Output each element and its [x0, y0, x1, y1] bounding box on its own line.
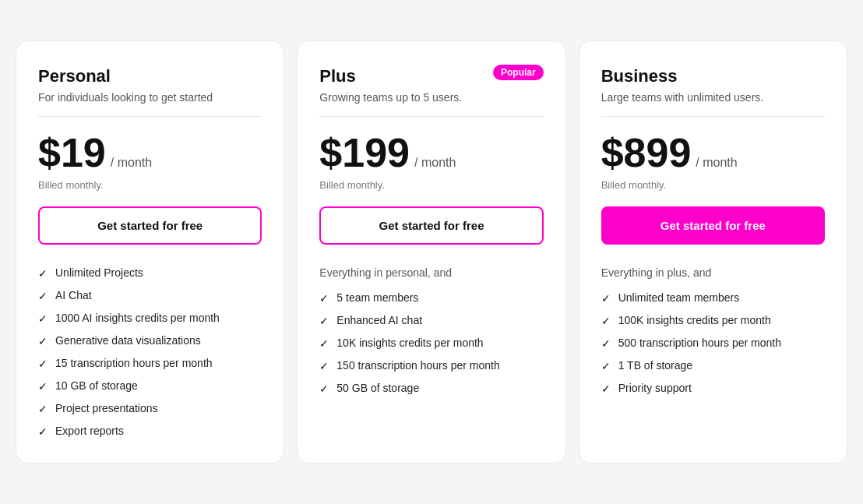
plan-card-business: Business Large teams with unlimited user…	[579, 41, 847, 463]
check-icon: ✓	[38, 312, 48, 325]
cta-button-personal[interactable]: Get started for free	[38, 206, 262, 245]
check-icon: ✓	[38, 267, 48, 280]
feature-item: ✓ 10 GB of storage	[38, 379, 262, 393]
feature-text: 50 GB of storage	[336, 382, 419, 394]
feature-item: ✓ Export reports	[38, 425, 262, 438]
cta-button-plus[interactable]: Get started for free	[319, 206, 543, 245]
check-icon: ✓	[319, 382, 329, 395]
feature-text: Enhanced AI chat	[336, 314, 422, 326]
plan-name: Personal	[38, 66, 262, 86]
plan-name: Business	[601, 66, 825, 86]
feature-item: ✓ Unlimited team members	[601, 291, 825, 305]
feature-item: ✓ AI Chat	[38, 289, 262, 302]
plan-header: Business Large teams with unlimited user…	[601, 66, 825, 117]
check-icon: ✓	[601, 360, 611, 372]
feature-item: ✓ 150 transcription hours per month	[319, 359, 543, 372]
feature-text: Export reports	[55, 425, 124, 437]
feature-item: ✓ 500 transcription hours per month	[601, 337, 825, 350]
price-row: $199 / month	[319, 132, 543, 173]
feature-item: ✓ Priority support	[601, 382, 825, 395]
billing-note: Billed monthly.	[38, 179, 262, 191]
feature-text: 1000 AI insights credits per month	[55, 312, 220, 324]
plan-header: Personal For individuals looking to get …	[38, 66, 262, 117]
check-icon: ✓	[319, 360, 329, 372]
feature-item: ✓ 100K insights credits per month	[601, 314, 825, 327]
price-row: $899 / month	[601, 132, 825, 173]
price-row: $19 / month	[38, 132, 262, 173]
check-icon: ✓	[601, 292, 611, 305]
check-icon: ✓	[38, 425, 48, 438]
check-icon: ✓	[38, 335, 48, 347]
check-icon: ✓	[319, 292, 329, 305]
feature-item: ✓ 10K insights credits per month	[319, 337, 543, 350]
plan-description: Growing teams up to 5 users.	[319, 91, 543, 104]
plan-description: For individuals looking to get started	[38, 91, 262, 104]
check-icon: ✓	[601, 337, 611, 350]
plan-card-personal: Personal For individuals looking to get …	[16, 41, 284, 463]
price-amount: $199	[319, 132, 410, 173]
feature-item: ✓ 1 TB of storage	[601, 359, 825, 372]
price-section: $199 / month	[319, 132, 543, 173]
plan-description: Large teams with unlimited users.	[601, 91, 825, 104]
feature-text: 1 TB of storage	[618, 359, 692, 372]
feature-item: ✓ 50 GB of storage	[319, 382, 543, 395]
check-icon: ✓	[38, 358, 48, 370]
features-list: ✓ 5 team members ✓ Enhanced AI chat ✓ 10…	[319, 291, 543, 395]
cta-button-business[interactable]: Get started for free	[601, 206, 825, 245]
feature-item: ✓ Unlimited Projects	[38, 266, 262, 280]
feature-item: ✓ Generative data visualizations	[38, 334, 262, 347]
feature-text: 100K insights credits per month	[618, 314, 771, 326]
feature-text: 10 GB of storage	[55, 379, 138, 392]
feature-text: AI Chat	[55, 289, 92, 301]
feature-item: ✓ Project presentations	[38, 402, 262, 415]
check-icon: ✓	[601, 382, 611, 395]
feature-text: Generative data visualizations	[55, 334, 201, 347]
feature-item: ✓ 5 team members	[319, 291, 543, 305]
feature-text: Unlimited team members	[618, 291, 740, 304]
feature-text: Project presentations	[55, 402, 158, 414]
feature-item: ✓ Enhanced AI chat	[319, 314, 543, 327]
feature-text: 15 transcription hours per month	[55, 357, 213, 369]
popular-badge: Popular	[493, 65, 544, 80]
features-list: ✓ Unlimited Projects ✓ AI Chat ✓ 1000 AI…	[38, 266, 262, 438]
check-icon: ✓	[601, 315, 611, 327]
price-period: / month	[111, 156, 152, 170]
price-amount: $19	[38, 132, 106, 173]
plan-card-plus: Popular Plus Growing teams up to 5 users…	[297, 41, 565, 463]
price-period: / month	[696, 156, 737, 170]
check-icon: ✓	[38, 380, 48, 393]
feature-text: 10K insights credits per month	[336, 337, 483, 349]
price-section: $19 / month	[38, 132, 262, 173]
check-icon: ✓	[38, 290, 48, 302]
pricing-container: Personal For individuals looking to get …	[16, 41, 847, 463]
check-icon: ✓	[38, 403, 48, 415]
features-intro: Everything in personal, and	[319, 266, 543, 279]
price-amount: $899	[601, 132, 692, 173]
features-list: ✓ Unlimited team members ✓ 100K insights…	[601, 291, 825, 395]
feature-text: 150 transcription hours per month	[336, 359, 499, 372]
feature-item: ✓ 1000 AI insights credits per month	[38, 312, 262, 325]
price-period: / month	[414, 156, 456, 170]
check-icon: ✓	[319, 337, 329, 350]
feature-text: 5 team members	[336, 291, 418, 304]
feature-text: Priority support	[618, 382, 692, 394]
billing-note: Billed monthly.	[601, 179, 825, 191]
billing-note: Billed monthly.	[319, 179, 543, 191]
feature-text: Unlimited Projects	[55, 266, 143, 279]
feature-item: ✓ 15 transcription hours per month	[38, 357, 262, 370]
feature-text: 500 transcription hours per month	[618, 337, 781, 349]
features-intro: Everything in plus, and	[601, 266, 825, 279]
check-icon: ✓	[319, 315, 329, 327]
price-section: $899 / month	[601, 132, 825, 173]
